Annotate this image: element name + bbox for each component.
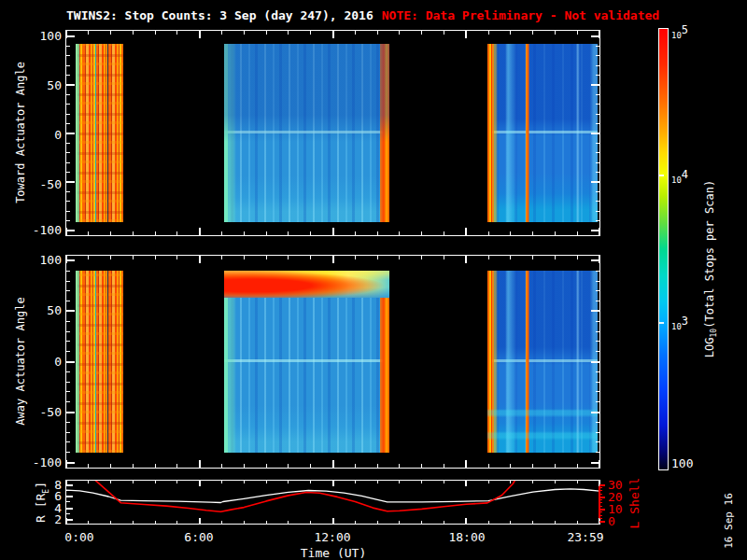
axis-tick — [266, 464, 267, 468]
axis-tick — [596, 401, 599, 402]
axis-tick — [155, 256, 156, 259]
axis-tick — [66, 259, 75, 261]
axis-tick — [66, 230, 75, 231]
axis-tick — [465, 31, 467, 38]
away-ytick-neg100: -100 — [26, 456, 62, 469]
toward-ytick-0: 0 — [26, 129, 62, 142]
axis-tick — [88, 31, 89, 35]
axis-tick — [555, 464, 556, 468]
axis-tick — [176, 256, 177, 259]
axis-tick — [596, 211, 599, 212]
axis-tick — [510, 256, 511, 259]
axis-tick — [577, 481, 578, 483]
axis-tick — [599, 511, 602, 512]
axis-tick — [555, 256, 556, 259]
axis-tick — [596, 172, 599, 173]
toward-actuator-heatmap-panel: 100 50 0 -50 -100 — [65, 30, 600, 236]
axis-tick — [596, 46, 599, 47]
colorbar-tick-100: 100 — [671, 459, 693, 469]
axis-tick — [244, 256, 245, 259]
axis-tick — [599, 494, 602, 495]
axis-tick — [444, 256, 444, 259]
axis-tick — [176, 464, 177, 468]
axis-tick — [66, 412, 75, 413]
axis-tick — [577, 256, 578, 259]
axis-tick — [596, 382, 599, 383]
axis-tick — [66, 172, 70, 173]
axis-tick — [532, 481, 533, 483]
axis-tick — [596, 191, 599, 192]
axis-tick — [355, 464, 356, 468]
axis-tick — [66, 220, 70, 221]
axis-tick — [66, 301, 70, 301]
axis-tick — [596, 162, 599, 163]
axis-tick — [133, 481, 134, 483]
axis-tick — [555, 231, 556, 235]
axis-tick — [596, 331, 599, 332]
axis-tick — [596, 114, 599, 115]
axis-tick — [155, 231, 156, 235]
axis-tick — [532, 256, 533, 259]
axis-tick — [355, 31, 356, 35]
axis-tick — [66, 133, 75, 134]
axis-tick — [66, 341, 70, 342]
axis-tick — [488, 521, 489, 524]
axis-tick — [510, 481, 511, 483]
colorbar-decade-mark-1e4 — [659, 175, 664, 176]
axis-tick — [110, 31, 111, 35]
axis-tick — [110, 231, 111, 235]
away-ytick-neg50: -50 — [26, 406, 62, 419]
axis-tick — [88, 464, 89, 468]
axis-tick — [399, 481, 400, 483]
axis-tick — [288, 464, 289, 468]
axis-tick — [88, 256, 89, 259]
axis-tick — [66, 496, 73, 497]
axis-tick — [421, 481, 422, 483]
axis-tick — [66, 290, 70, 291]
cyan-row-striping — [487, 405, 598, 453]
axis-tick — [599, 506, 602, 507]
axis-tick — [176, 231, 177, 235]
axis-tick — [66, 331, 70, 332]
axis-tick — [66, 452, 70, 453]
axis-tick — [176, 481, 177, 483]
axis-tick — [596, 143, 599, 144]
axis-tick — [355, 256, 356, 259]
axis-tick — [421, 521, 422, 524]
xtick-0000: 0:00 — [49, 530, 109, 544]
axis-tick — [66, 35, 75, 37]
axis-tick — [444, 31, 444, 35]
away-segment-midday — [224, 271, 388, 452]
axis-tick — [66, 201, 70, 202]
axis-tick — [577, 464, 578, 468]
lshell-axis-label: L Shell — [627, 478, 641, 529]
axis-tick — [399, 231, 400, 235]
axis-tick — [599, 521, 605, 523]
axis-tick — [599, 487, 602, 488]
axis-tick — [599, 502, 602, 503]
away-actuator-heatmap-panel: 100 50 0 -50 -100 — [65, 255, 600, 469]
axis-tick — [596, 152, 599, 153]
axis-tick — [66, 490, 70, 491]
axis-tick — [596, 94, 599, 95]
toward-ytick-neg100: -100 — [26, 224, 62, 237]
figure-title: TWINS2: Stop Counts: 3 Sep (day 247), 20… — [66, 8, 374, 22]
axis-tick — [444, 231, 444, 235]
axis-tick — [596, 321, 599, 322]
colorbar-title: LOG10(Total Stops per Scan) — [703, 180, 718, 357]
away-axis-label: Away Actuator Angle — [14, 297, 27, 425]
axis-tick — [332, 518, 334, 524]
axis-tick — [110, 521, 111, 524]
r-axis-label: R [RE] — [34, 482, 50, 523]
axis-tick — [66, 508, 73, 510]
axis-tick — [244, 31, 245, 35]
axis-tick — [155, 464, 156, 468]
axis-tick — [66, 104, 70, 105]
axis-tick — [591, 133, 599, 134]
axis-tick — [332, 228, 334, 235]
toward-segment-perigee — [76, 44, 123, 222]
axis-tick — [596, 65, 599, 66]
axis-tick — [66, 501, 70, 502]
axis-tick — [155, 31, 156, 35]
axis-tick — [599, 497, 605, 498]
